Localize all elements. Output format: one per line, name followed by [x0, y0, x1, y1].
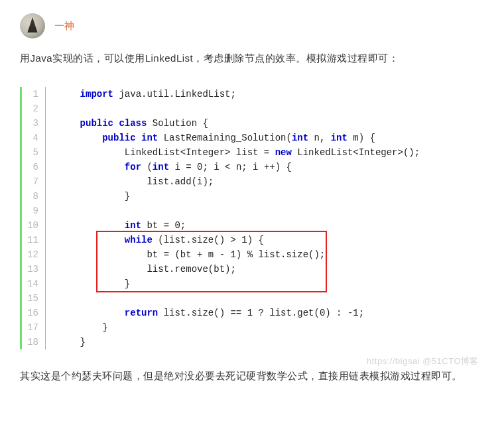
line-number: 14: [22, 277, 46, 291]
code-line: 9: [22, 204, 484, 218]
code-content: for (int i = 0; i < n; i ++) {: [46, 160, 292, 174]
code-line: 13 list.remove(bt);: [22, 262, 484, 277]
code-line: 15: [22, 291, 484, 306]
code-content: int bt = 0;: [46, 218, 186, 233]
code-line: 16 return list.size() == 1 ? list.get(0)…: [22, 306, 484, 320]
code-content: }: [46, 189, 130, 204]
code-line: 11 while (list.size() > 1) {: [22, 233, 484, 247]
code-line: 10 int bt = 0;: [22, 218, 484, 233]
code-line: 14 }: [22, 277, 484, 291]
code-line: 17 }: [22, 320, 484, 335]
line-number: 10: [22, 218, 46, 233]
watermark: https://bigsai @51CTO博客: [367, 355, 479, 367]
code-line: 7 list.add(i);: [22, 174, 484, 189]
avatar[interactable]: [20, 13, 45, 38]
line-number: 5: [22, 145, 46, 160]
code-line: 1 import java.util.LinkedList;: [22, 87, 484, 101]
intro-paragraph: 用Java实现的话，可以使用LinkedList，考虑删除节点的效率。模拟游戏过…: [20, 49, 484, 67]
code-content: list.add(i);: [46, 174, 214, 189]
line-number: 6: [22, 160, 46, 174]
line-number: 3: [22, 116, 46, 131]
code-content: return list.size() == 1 ? list.get(0) : …: [46, 306, 364, 320]
code-line: 18 }: [22, 335, 484, 349]
username-link[interactable]: 一神: [54, 20, 74, 32]
line-number: 11: [22, 233, 46, 247]
line-number: 4: [22, 131, 46, 145]
code-line: 6 for (int i = 0; i < n; i ++) {: [22, 160, 484, 174]
code-content: list.remove(bt);: [46, 262, 236, 277]
line-number: 18: [22, 335, 46, 349]
line-number: 15: [22, 291, 46, 306]
code-content: LinkedList<Integer> list = new LinkedLis…: [46, 145, 420, 160]
line-number: 2: [22, 101, 46, 116]
code-content: }: [46, 320, 108, 335]
code-content: }: [46, 277, 130, 291]
page-root: 一神 用Java实现的话，可以使用LinkedList，考虑删除节点的效率。模拟…: [20, 13, 484, 386]
line-number: 17: [22, 320, 46, 335]
code-line: 8 }: [22, 189, 484, 204]
line-number: 16: [22, 306, 46, 320]
code-line: 12 bt = (bt + m - 1) % list.size();: [22, 247, 484, 262]
code-content: public class Solution {: [46, 116, 208, 131]
code-block: 1 import java.util.LinkedList;23 public …: [20, 87, 484, 349]
code-content: public int LastRemaining_Solution(int n,…: [46, 131, 375, 145]
code-content: while (list.size() > 1) {: [46, 233, 264, 247]
code-content: bt = (bt + m - 1) % list.size();: [46, 247, 325, 262]
line-number: 9: [22, 204, 46, 218]
code-content: }: [46, 335, 86, 349]
code-line: 3 public class Solution {: [22, 116, 484, 131]
post-header: 一神: [20, 13, 484, 38]
line-number: 8: [22, 189, 46, 204]
line-number: 12: [22, 247, 46, 262]
line-number: 7: [22, 174, 46, 189]
code-content: import java.util.LinkedList;: [46, 87, 236, 101]
code-line: 2: [22, 101, 484, 116]
outro-paragraph: 其实这是个约瑟夫环问题，但是绝对没必要去死记硬背数学公式，直接用链表模拟游戏过程…: [20, 367, 484, 386]
line-number: 13: [22, 262, 46, 277]
line-number: 1: [22, 87, 46, 101]
code-line: 4 public int LastRemaining_Solution(int …: [22, 131, 484, 145]
code-line: 5 LinkedList<Integer> list = new LinkedL…: [22, 145, 484, 160]
